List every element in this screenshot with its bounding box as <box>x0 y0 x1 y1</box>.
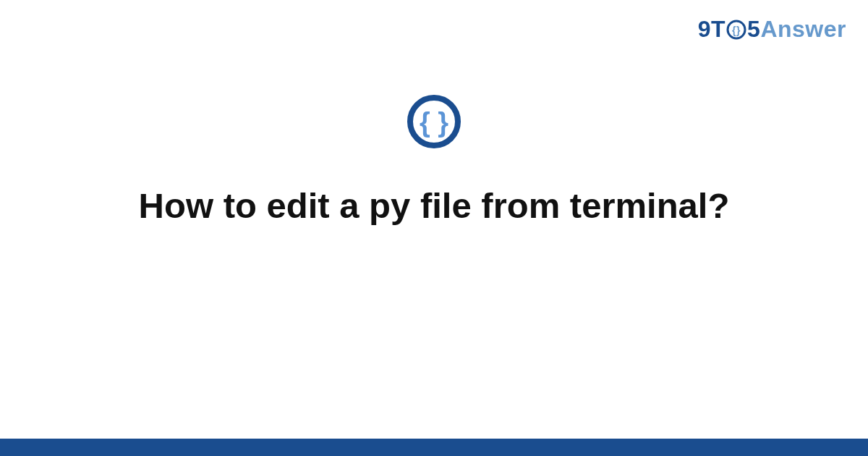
brand-o-icon: {} <box>726 20 746 40</box>
svg-text:{ }: { } <box>420 107 448 138</box>
brand-text-5: 5 <box>747 16 760 43</box>
brand-text-answer: Answer <box>760 16 846 43</box>
braces-icon: { } <box>407 94 461 149</box>
brand-text-9t: 9T <box>698 16 726 43</box>
social-card: 9T {} 5 Answer { } How to edit a py file… <box>0 0 868 456</box>
bottom-accent-bar <box>0 439 868 456</box>
svg-text:{}: {} <box>732 24 741 35</box>
brand-logo: 9T {} 5 Answer <box>698 16 846 43</box>
page-title: How to edit a py file from terminal? <box>0 185 868 226</box>
